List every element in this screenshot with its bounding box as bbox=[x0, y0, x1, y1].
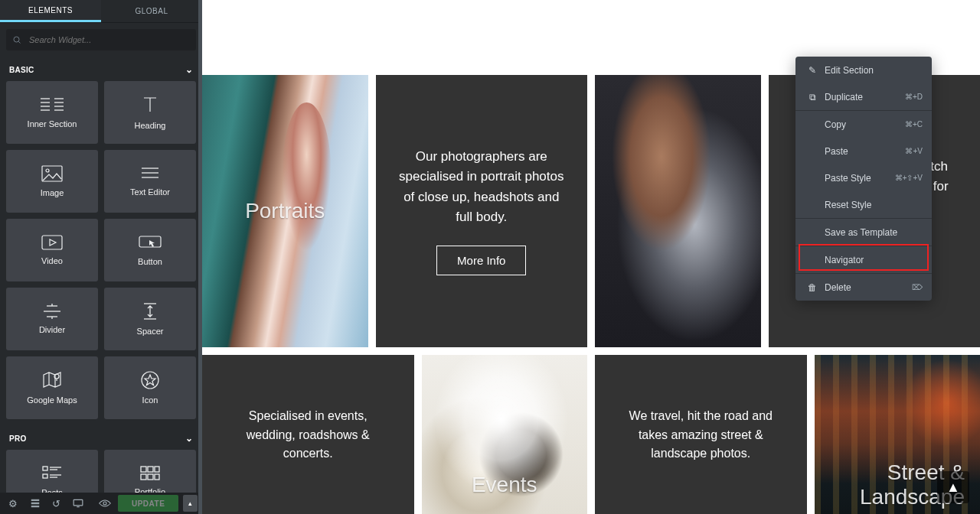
text-cell-events[interactable]: Specialised in events, wedding, roadshow… bbox=[202, 355, 414, 514]
widget-label: Button bbox=[138, 257, 162, 266]
video-icon bbox=[41, 235, 63, 250]
svg-rect-35 bbox=[155, 474, 159, 480]
text-cell-portraits[interactable]: Our photographers are specialised in por… bbox=[376, 75, 588, 347]
card-description: We travel, hit the road and takes amazin… bbox=[618, 407, 784, 464]
columns-icon bbox=[41, 96, 64, 113]
scroll-top-button[interactable]: ▲ bbox=[937, 471, 969, 503]
svg-point-11 bbox=[46, 169, 49, 172]
posts-icon bbox=[42, 465, 62, 482]
ctx-paste-style[interactable]: · Paste Style ⌘+⇧+V bbox=[795, 164, 932, 191]
widget-button[interactable]: Button bbox=[104, 219, 196, 281]
category-pro[interactable]: PRO ⌄ bbox=[0, 425, 202, 450]
image-cell-events[interactable]: Events bbox=[422, 355, 588, 514]
navigator-icon[interactable] bbox=[26, 494, 43, 512]
update-more-button[interactable]: ▴ bbox=[183, 495, 198, 512]
image-cell-fashion[interactable] bbox=[595, 75, 761, 347]
settings-icon[interactable]: ⚙ bbox=[5, 494, 21, 512]
svg-rect-34 bbox=[148, 474, 153, 480]
responsive-icon[interactable] bbox=[70, 494, 87, 512]
text-cell-street[interactable]: We travel, hit the road and takes amazin… bbox=[595, 355, 807, 514]
ctx-reset-style[interactable]: · Reset Style bbox=[795, 191, 932, 218]
spacer-icon bbox=[141, 302, 159, 320]
image-cell-portraits[interactable]: Portraits bbox=[202, 75, 368, 347]
ctx-duplicate[interactable]: ⧉ Duplicate ⌘+D bbox=[795, 83, 932, 110]
widget-image[interactable]: Image bbox=[6, 150, 98, 213]
ctx-label: Reset Style bbox=[825, 200, 923, 210]
widget-inner-section[interactable]: Inner Section bbox=[6, 81, 98, 144]
widget-icon[interactable]: Icon bbox=[104, 356, 196, 419]
widget-label: Portfolio bbox=[135, 487, 165, 493]
widget-label: Inner Section bbox=[28, 119, 77, 128]
heading-icon bbox=[140, 95, 160, 115]
category-basic[interactable]: BASIC ⌄ bbox=[0, 57, 202, 81]
tab-elements[interactable]: ELEMENTS bbox=[0, 0, 101, 22]
widget-label: Icon bbox=[142, 395, 158, 405]
ctx-delete[interactable]: 🗑 Delete ⌦ bbox=[795, 274, 932, 301]
chevron-down-icon: ⌄ bbox=[185, 433, 193, 444]
chevron-down-icon: ⌄ bbox=[185, 64, 193, 75]
widget-text-editor[interactable]: Text Editor bbox=[104, 150, 196, 213]
svg-line-1 bbox=[18, 41, 20, 43]
history-icon[interactable]: ↺ bbox=[48, 494, 65, 512]
ctx-label: Edit Section bbox=[825, 65, 923, 76]
ctx-label: Paste bbox=[825, 146, 905, 157]
svg-rect-36 bbox=[74, 499, 83, 506]
svg-rect-33 bbox=[141, 474, 146, 480]
widgets-list[interactable]: Inner Section Heading Image Text Editor … bbox=[0, 81, 202, 493]
search-wrap bbox=[0, 23, 202, 57]
widget-video[interactable]: Video bbox=[6, 219, 98, 281]
ctx-shortcut: ⌘+⇧+V bbox=[895, 174, 923, 182]
widget-posts[interactable]: Posts bbox=[6, 450, 98, 493]
portfolio-icon bbox=[140, 466, 160, 481]
more-info-button[interactable]: More Info bbox=[436, 246, 526, 275]
section-row-2[interactable]: Specialised in events, wedding, roadshow… bbox=[202, 355, 980, 514]
ctx-copy[interactable]: · Copy ⌘+C bbox=[795, 111, 932, 138]
widget-portfolio[interactable]: Portfolio bbox=[104, 450, 196, 493]
svg-rect-15 bbox=[42, 236, 62, 249]
ctx-paste[interactable]: · Paste ⌘+V bbox=[795, 138, 932, 164]
image-title: Events bbox=[472, 473, 537, 497]
ctx-label: Paste Style bbox=[825, 173, 895, 184]
widget-label: Divider bbox=[39, 325, 65, 334]
editor-canvas[interactable]: Portraits Our photographers are speciali… bbox=[202, 0, 980, 514]
widget-label: Heading bbox=[135, 121, 166, 130]
duplicate-icon: ⧉ bbox=[805, 92, 820, 102]
update-button[interactable]: UPDATE bbox=[118, 495, 178, 512]
ctx-label: Navigator bbox=[825, 255, 923, 265]
widget-label: Spacer bbox=[137, 327, 164, 336]
svg-rect-10 bbox=[42, 166, 62, 181]
sidebar-tabs: ELEMENTS GLOBAL bbox=[0, 0, 202, 23]
widgets-sidebar: ELEMENTS GLOBAL BASIC ⌄ Inner Section He… bbox=[0, 0, 202, 514]
card-description: Specialised in events, wedding, roadshow… bbox=[225, 407, 391, 464]
star-icon bbox=[141, 371, 159, 389]
widget-google-maps[interactable]: Google Maps bbox=[6, 356, 98, 419]
search-input[interactable] bbox=[6, 29, 196, 50]
ctx-navigator[interactable]: · Navigator bbox=[795, 246, 932, 273]
ctx-shortcut: ⌘+V bbox=[905, 147, 923, 155]
widget-label: Image bbox=[41, 188, 64, 197]
card-description: Our photographers are specialised in por… bbox=[399, 147, 565, 227]
ctx-shortcut: ⌘+D bbox=[905, 93, 923, 101]
tab-global[interactable]: GLOBAL bbox=[101, 0, 202, 22]
svg-rect-31 bbox=[148, 467, 153, 472]
ctx-label: Duplicate bbox=[825, 92, 905, 102]
svg-point-0 bbox=[14, 37, 19, 42]
text-editor-icon bbox=[140, 166, 160, 181]
trash-icon: 🗑 bbox=[805, 282, 820, 293]
search-icon bbox=[12, 35, 21, 44]
svg-rect-32 bbox=[155, 467, 159, 472]
widget-heading[interactable]: Heading bbox=[104, 81, 196, 144]
widget-label: Video bbox=[41, 256, 63, 265]
ctx-save-as-template[interactable]: · Save as Template bbox=[795, 219, 932, 246]
ctx-edit-section[interactable]: ✎ Edit Section bbox=[795, 57, 932, 83]
widget-label: Text Editor bbox=[130, 187, 170, 197]
divider-icon bbox=[42, 304, 62, 319]
widget-spacer[interactable]: Spacer bbox=[104, 288, 196, 350]
sidebar-footer: ⚙ ↺ UPDATE ▴ bbox=[0, 493, 202, 514]
preview-icon[interactable] bbox=[96, 494, 113, 512]
svg-rect-30 bbox=[141, 467, 146, 472]
widget-divider[interactable]: Divider bbox=[6, 288, 98, 350]
ctx-shortcut: ⌘+C bbox=[905, 120, 923, 128]
image-title: Portraits bbox=[245, 199, 325, 223]
ctx-label: Save as Template bbox=[825, 227, 923, 238]
